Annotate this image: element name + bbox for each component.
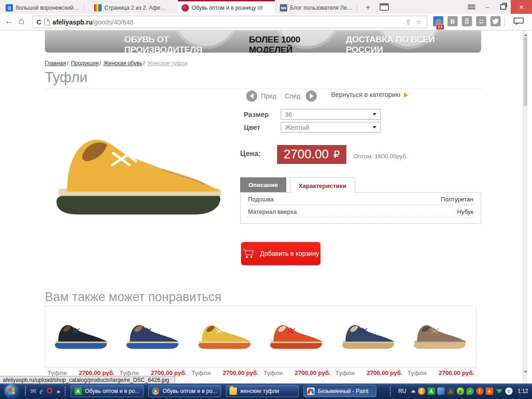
taskbar-button-folder[interactable]: женские туфли xyxy=(226,385,299,397)
bookmark-star-icon[interactable]: ☆ xyxy=(416,18,422,26)
restore-button[interactable] xyxy=(495,0,511,14)
back-to-category-link[interactable]: Вернуться в категорию xyxy=(331,91,411,98)
cow-tray-icon[interactable]: ツ xyxy=(505,387,513,395)
related-price: 2700.00 руб. xyxy=(439,369,474,376)
product-image[interactable] xyxy=(51,114,229,238)
alert-tray-icon[interactable]: ! xyxy=(476,387,484,395)
q-search-favicon: Q xyxy=(6,4,13,12)
related-item-6[interactable] xyxy=(405,306,477,367)
next-button[interactable] xyxy=(306,91,317,102)
tab-description[interactable]: Описание xyxy=(240,177,286,192)
tab-active[interactable]: Обувь оптом и в розницу от xyxy=(178,0,275,14)
menu-icon[interactable] xyxy=(464,0,479,14)
related-name[interactable]: Туфли xyxy=(48,369,67,376)
agent-check-tray-icon[interactable]: ✓ xyxy=(466,387,474,395)
scrollbar-thumb[interactable] xyxy=(524,37,527,106)
toolbar-handle[interactable] xyxy=(64,386,66,396)
tray-expand-icon[interactable] xyxy=(411,387,416,393)
related-name[interactable]: Туфли xyxy=(263,369,283,376)
record-tray-icon[interactable] xyxy=(486,387,493,395)
spec-value: Полтуретан xyxy=(441,196,473,203)
tab-panel-icon[interactable] xyxy=(380,3,389,11)
ruble-sign: ₽ xyxy=(333,149,340,161)
odnoklassniki-icon[interactable] xyxy=(462,16,472,26)
breadcrumb-products[interactable]: Продукция xyxy=(71,60,98,66)
tab-4[interactable]: NN Блог пользователя Ленуська xyxy=(276,2,360,14)
close-button[interactable]: ✕ xyxy=(511,0,532,14)
taskbar-clock: 1:12 xyxy=(518,388,528,394)
arrow-right-icon xyxy=(404,92,411,98)
new-tab-button[interactable]: + xyxy=(362,2,374,13)
chat-bubble-icon[interactable] xyxy=(514,18,524,24)
home-icon[interactable]: ⌂ xyxy=(18,15,24,26)
tab-characteristics[interactable]: Характеристики xyxy=(290,177,355,193)
nn-favicon: NN xyxy=(280,4,287,12)
scroll-up-icon[interactable] xyxy=(524,32,527,36)
breadcrumb-home[interactable]: Главная xyxy=(45,60,66,66)
related-name[interactable]: Туфли xyxy=(192,369,211,376)
prev-button[interactable] xyxy=(246,91,257,102)
opera-icon[interactable]: O xyxy=(47,387,53,396)
related-item-3[interactable] xyxy=(189,306,261,367)
warning-monitor-tray-icon[interactable]: ⚠ xyxy=(447,387,454,395)
add-to-cart-button[interactable]: Добавить в корзину xyxy=(241,242,320,265)
mailru-icon[interactable]: @13 xyxy=(433,16,443,26)
tab-1[interactable]: Q большой воронежский фор xyxy=(2,2,88,14)
reload-icon[interactable]: C xyxy=(36,18,42,26)
related-shoe-image xyxy=(412,319,468,355)
scroll-down-icon[interactable] xyxy=(524,371,527,375)
related-name[interactable]: Туфли xyxy=(407,369,427,376)
related-item-2[interactable] xyxy=(117,306,189,367)
spec-row: Материал вверха Нубук xyxy=(247,205,474,218)
arrow-left-icon xyxy=(247,93,254,99)
specs-panel: Подошва Полтуретан Материал вверха Нубук xyxy=(240,192,481,224)
tab-title: Блог пользователя Ленуська xyxy=(290,5,354,11)
related-item-4[interactable] xyxy=(261,306,333,367)
twitter-icon[interactable] xyxy=(490,16,501,26)
network-tray-icon[interactable] xyxy=(437,387,445,395)
prev-label[interactable]: Пред. xyxy=(261,92,278,100)
breadcrumb-separator: / xyxy=(67,60,68,66)
color-select[interactable]: Желтый xyxy=(281,122,381,133)
related-item-5[interactable] xyxy=(332,306,405,367)
url-text[interactable]: afeliyaspb.ru/goods/40/648 xyxy=(53,18,133,26)
site-banner[interactable]: ОБУВЬ ОТ ПРОИЗВОДИТЕЛЯ БОЛЕЕ 1000 МОДЕЛЕ… xyxy=(45,30,481,53)
related-name[interactable]: Туфли xyxy=(335,369,355,376)
internet-explorer-icon[interactable]: e xyxy=(40,387,43,396)
related-name[interactable]: Туфли xyxy=(120,369,139,376)
toolbar-handle[interactable] xyxy=(24,386,26,396)
zona-tray-icon[interactable]: Z xyxy=(418,387,425,395)
funnel-tray-icon[interactable] xyxy=(496,387,503,395)
taskbar-button-paint[interactable]: Безымянный - Paint xyxy=(303,385,376,397)
quicklaunch-overflow-chevron[interactable]: » xyxy=(57,388,60,395)
related-item-1[interactable] xyxy=(45,306,117,367)
mail-quicklaunch-icon[interactable]: ✉ xyxy=(30,387,36,395)
toolbar-handle[interactable] xyxy=(389,386,391,396)
size-select[interactable]: 36 xyxy=(281,109,381,120)
related-price: 2700.00 руб. xyxy=(295,369,330,376)
start-button[interactable] xyxy=(5,384,18,398)
amigo-browser-icon: А xyxy=(74,387,82,395)
page-scrollbar[interactable] xyxy=(523,30,527,383)
tab-2[interactable]: Страница 2 из 2. Афелия - ф xyxy=(91,2,181,14)
back-icon[interactable]: ← xyxy=(5,16,13,26)
utorrent-tray-icon[interactable]: µ xyxy=(457,387,464,395)
breadcrumb-current[interactable]: Женские туфли xyxy=(147,60,187,66)
related-price: 2700.00 руб. xyxy=(79,369,115,376)
taskbar-button-chrome[interactable]: Обувь оптом и в ро... xyxy=(148,385,221,397)
breadcrumb-separator: / xyxy=(143,60,145,66)
tab-title: Страница 2 из 2. Афелия - ф xyxy=(104,5,168,11)
minimize-button[interactable]: – xyxy=(479,0,495,14)
language-indicator[interactable]: RU xyxy=(396,387,408,395)
next-label[interactable]: След. xyxy=(284,92,302,100)
folder-icon xyxy=(230,387,237,395)
myworld-smiley-icon[interactable] xyxy=(476,16,486,26)
taskbar-button-amigo[interactable]: А Обувь оптом и в ро... xyxy=(71,385,144,397)
rainbow-favicon xyxy=(94,4,102,12)
amigo-tray-icon[interactable]: A xyxy=(428,387,435,395)
vk-icon[interactable]: B xyxy=(447,16,458,26)
breadcrumb-women-shoes[interactable]: Женская обувь xyxy=(103,60,142,66)
share-icon[interactable]: ⇧ xyxy=(405,18,411,26)
address-bar[interactable]: C afeliyaspb.ru/goods/40/648 ⇧ ☆ xyxy=(32,16,427,28)
status-bar: afeliyaspb.ru/upload/shop_catalog/produc… xyxy=(0,376,175,383)
